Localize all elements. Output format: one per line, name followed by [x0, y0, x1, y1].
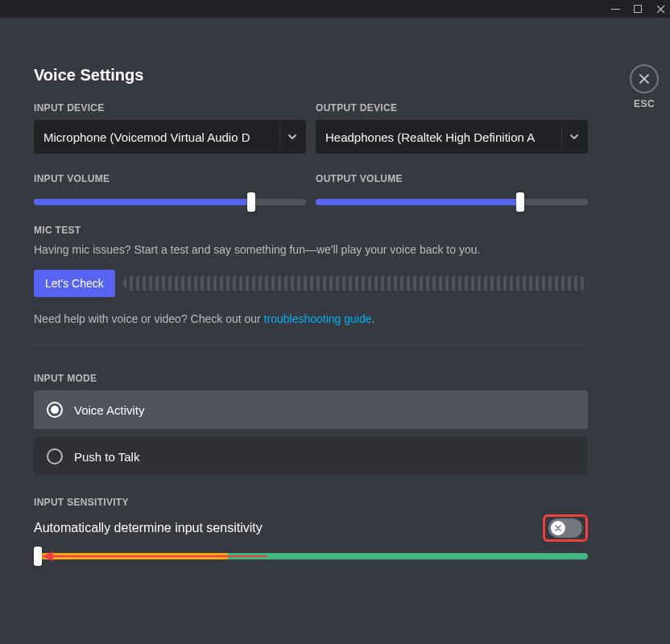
- annotation-highlight: [543, 514, 588, 542]
- select-separator: [279, 127, 280, 147]
- input-sensitivity-slider[interactable]: [34, 553, 588, 559]
- svg-rect-1: [635, 6, 642, 13]
- chevron-down-icon: [569, 131, 580, 142]
- input-device-label: INPUT DEVICE: [34, 102, 306, 114]
- auto-sensitivity-toggle[interactable]: [548, 518, 582, 538]
- radio-label: Voice Activity: [74, 403, 145, 417]
- close-icon: [638, 72, 651, 85]
- troubleshoot-prefix: Need help with voice or video? Check out…: [34, 312, 264, 325]
- slider-thumb[interactable]: [516, 192, 524, 212]
- input-volume-slider[interactable]: [34, 199, 306, 205]
- input-mode-voice-activity[interactable]: Voice Activity: [34, 390, 588, 429]
- input-device-select[interactable]: Microphone (Voicemod Virtual Audio D: [34, 120, 306, 154]
- input-volume-label: INPUT VOLUME: [34, 173, 306, 184]
- troubleshoot-text: Need help with voice or video? Check out…: [34, 312, 588, 328]
- esc-label: ESC: [634, 98, 655, 109]
- select-separator: [561, 127, 562, 147]
- toggle-knob: [551, 521, 565, 535]
- chevron-down-icon: [287, 131, 298, 142]
- page-title: Voice Settings: [34, 66, 636, 85]
- input-mode-label: INPUT MODE: [34, 373, 588, 384]
- slider-thumb[interactable]: [247, 192, 255, 212]
- slider-fill: [316, 199, 520, 205]
- sensitivity-low-zone: [34, 553, 228, 559]
- input-mode-push-to-talk[interactable]: Push to Talk: [34, 437, 588, 476]
- mic-test-label: MIC TEST: [34, 225, 588, 236]
- input-device-value: Microphone (Voicemod Virtual Audio D: [43, 130, 275, 144]
- divider: [34, 345, 588, 345]
- output-device-label: OUTPUT DEVICE: [316, 102, 588, 114]
- mic-test-button[interactable]: Let's Check: [34, 270, 115, 297]
- close-settings-button[interactable]: [630, 64, 659, 93]
- window-close-icon[interactable]: [656, 4, 665, 14]
- mic-test-meter: [123, 276, 588, 291]
- window-minimize-icon[interactable]: [610, 4, 620, 14]
- sensitivity-thumb[interactable]: [34, 547, 42, 566]
- window-maximize-icon[interactable]: [633, 4, 643, 14]
- slider-fill: [34, 199, 251, 205]
- troubleshoot-suffix: .: [372, 312, 375, 325]
- radio-icon: [47, 448, 63, 464]
- svg-rect-0: [611, 9, 620, 10]
- output-volume-label: OUTPUT VOLUME: [316, 173, 588, 184]
- output-volume-slider[interactable]: [316, 199, 588, 205]
- radio-icon: [47, 402, 63, 418]
- window-titlebar: [0, 0, 670, 18]
- mic-test-help: Having mic issues? Start a test and say …: [34, 242, 588, 258]
- auto-sensitivity-label: Automatically determine input sensitivit…: [34, 521, 263, 535]
- toggle-off-icon: [554, 524, 562, 532]
- input-sensitivity-label: INPUT SENSITIVITY: [34, 497, 588, 508]
- output-device-select[interactable]: Headphones (Realtek High Definition A: [316, 120, 588, 154]
- output-device-value: Headphones (Realtek High Definition A: [325, 130, 556, 144]
- radio-label: Push to Talk: [74, 450, 139, 464]
- troubleshooting-link[interactable]: troubleshooting guide: [264, 312, 372, 325]
